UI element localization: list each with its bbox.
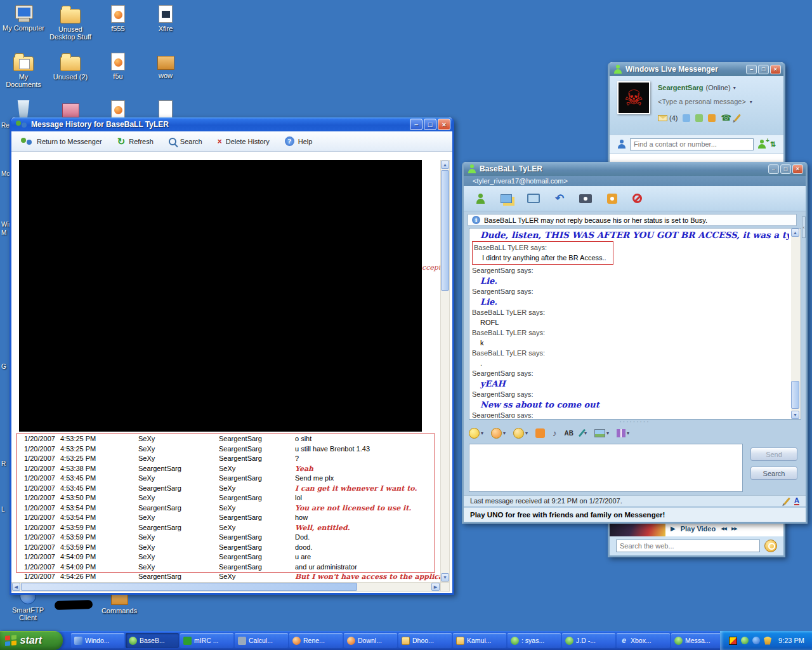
desktop-icon-my-computer[interactable]: My Computer: [1, 5, 46, 32]
return-to-messenger-button[interactable]: Return to Messenger: [20, 137, 102, 146]
messenger-main-titlebar[interactable]: Windows Live Messenger – □ ×: [610, 62, 783, 76]
help-button[interactable]: ?Help: [285, 136, 313, 146]
search-button[interactable]: Search: [169, 138, 202, 145]
mail-inbox-button[interactable]: (4): [658, 114, 678, 122]
desktop-icon-recycle[interactable]: [1, 100, 46, 119]
play-video-label[interactable]: Play Video: [681, 525, 716, 533]
taskbar-button-windo[interactable]: Windo...: [71, 633, 124, 648]
desktop-icon-box2[interactable]: [48, 100, 93, 119]
activities-button[interactable]: [527, 194, 540, 203]
photos-button[interactable]: [501, 194, 512, 203]
history-row[interactable]: 1/20/20074:53:50 PMSeXySeargentSarglol: [11, 493, 440, 503]
desktop-icon-my-documents[interactable]: My Documents: [1, 53, 46, 88]
nudge-button[interactable]: [535, 428, 545, 438]
web-search-button[interactable]: [764, 540, 777, 552]
history-row[interactable]: 1/20/20074:53:54 PMSeargentSargSeXyYou a…: [11, 503, 440, 514]
sharing-folders-icon[interactable]: [695, 114, 703, 122]
history-row[interactable]: 1/20/20074:54:26 PMSeargentSargSeXyBut I…: [11, 572, 440, 582]
mobile-icon[interactable]: [708, 114, 716, 122]
close-button[interactable]: ×: [438, 119, 450, 130]
maximize-button[interactable]: □: [780, 164, 791, 174]
desktop-icon-unused-2[interactable]: Unused (2): [48, 53, 93, 81]
background-picker[interactable]: ▾: [594, 429, 609, 437]
scroll-left-icon[interactable]: ◀: [12, 583, 20, 591]
history-row[interactable]: 1/20/20074:53:25 PMSeXySeargentSarg?: [11, 454, 440, 464]
taskbar-button-calcul[interactable]: Calcul...: [235, 633, 288, 648]
sort-contacts-icon[interactable]: ⇅: [770, 140, 776, 149]
font-button[interactable]: AB: [565, 430, 573, 437]
web-search-input[interactable]: [616, 540, 760, 552]
taskbar-button-xbox[interactable]: eXbox...: [617, 633, 670, 648]
scroll-down-icon[interactable]: ▼: [441, 573, 449, 581]
personal-message-field[interactable]: <Type a personal message> ▾: [658, 98, 752, 105]
desktop-icon-censored[interactable]: [51, 600, 96, 611]
maximize-button[interactable]: □: [758, 65, 769, 74]
taskbar-button-kamui[interactable]: Kamui...: [453, 633, 506, 648]
previous-video-icon[interactable]: ◀◀: [721, 526, 726, 531]
block-button[interactable]: [632, 194, 642, 203]
messenger-tray-icon[interactable]: [752, 637, 760, 644]
font-color-icon[interactable]: A: [794, 497, 799, 505]
status-dropdown-arrow-icon[interactable]: ▾: [733, 85, 736, 91]
handwriting-button[interactable]: ▾: [581, 428, 587, 437]
desktop-icon-xfire[interactable]: Xfire: [143, 5, 188, 32]
history-vertical-scrollbar[interactable]: ▲ ▼: [440, 160, 450, 582]
scroll-down-icon[interactable]: ▼: [791, 411, 799, 419]
winks-picker[interactable]: ▾: [491, 428, 506, 439]
status-orb-icon[interactable]: [741, 637, 749, 644]
taskbar-button-downl[interactable]: Downl...: [344, 633, 397, 648]
handwriting-toggle-icon[interactable]: [783, 497, 790, 505]
play-icon[interactable]: ▶: [671, 525, 676, 532]
gifts-picker[interactable]: ▾: [617, 429, 629, 437]
history-row[interactable]: 1/20/20074:53:59 PMSeXySeargentSargDod.: [11, 533, 440, 543]
history-row[interactable]: 1/20/20074:53:38 PMSeargentSargSeXyYeah: [11, 464, 440, 474]
scrollbar-thumb[interactable]: [441, 170, 449, 291]
splitter-handle[interactable]: ·········: [464, 420, 806, 425]
search-button[interactable]: Search: [750, 467, 797, 480]
history-row[interactable]: 1/20/20074:53:59 PMSeXySeargentSargdood.: [11, 543, 440, 553]
desktop-icon-unused-desktop-stuff[interactable]: Unused Desktop Stuff: [48, 5, 93, 41]
scrollbar-thumb[interactable]: [791, 381, 799, 409]
taskbar-button-syas[interactable]: : syas...: [508, 633, 561, 648]
add-contact-button[interactable]: +: [757, 140, 766, 149]
close-button[interactable]: ×: [770, 65, 781, 74]
refresh-button[interactable]: ↻Refresh: [117, 136, 154, 147]
scroll-right-icon[interactable]: ▶: [431, 583, 440, 591]
ad-banner[interactable]: Play UNO for free with friends and famil…: [464, 508, 806, 522]
user-avatar[interactable]: ☠: [617, 81, 650, 114]
taskbar-button-messa[interactable]: Messa...: [671, 633, 724, 648]
minimize-button[interactable]: –: [768, 164, 779, 174]
desktop-icon-f5u[interactable]: f5u: [95, 53, 141, 80]
zonealarm-icon[interactable]: [729, 637, 737, 645]
history-row[interactable]: 1/20/20074:53:45 PMSeXySeargentSargSend …: [11, 474, 440, 484]
scrollbar-thumb[interactable]: [21, 583, 357, 591]
history-row[interactable]: 1/20/20074:53:54 PMSeXySeargentSarghow: [11, 513, 440, 523]
games-button[interactable]: [607, 194, 617, 204]
conversation-titlebar[interactable]: BaseBaLL TyLER – □ ×: [464, 162, 806, 176]
emoticon-picker[interactable]: ▾: [469, 428, 483, 439]
history-row[interactable]: 1/20/20074:53:25 PMSeXySeargentSargo sih…: [11, 434, 440, 444]
taskbar-button-mirc[interactable]: mIRC ...: [180, 633, 233, 648]
taskbar-button-baseb[interactable]: BaseB...: [126, 633, 179, 648]
history-horizontal-scrollbar[interactable]: ◀ ▶: [11, 582, 440, 592]
sidebar-collapse-button[interactable]: ‹: [802, 216, 806, 238]
history-row[interactable]: 1/20/20074:54:09 PMSeXySeargentSargand u…: [11, 562, 440, 573]
emoticon-shock-picker[interactable]: ▾: [513, 428, 528, 439]
minimize-button[interactable]: –: [746, 65, 757, 74]
scroll-up-icon[interactable]: ▲: [791, 229, 799, 237]
history-titlebar[interactable]: Message History for BaseBaLL TyLER – □ ×: [11, 117, 452, 131]
history-row[interactable]: 1/20/20074:54:09 PMSeXySeargentSargu are: [11, 552, 440, 562]
voice-clip-button[interactable]: ♪: [553, 428, 557, 438]
scroll-up-icon[interactable]: ▲: [441, 161, 449, 169]
history-row[interactable]: 1/20/20074:53:45 PMSeargentSargSeXyI can…: [11, 484, 440, 494]
history-row[interactable]: 1/20/20074:53:59 PMSeargentSargSeXyWell,…: [11, 523, 440, 533]
send-button[interactable]: Send: [750, 448, 797, 461]
delete-history-button[interactable]: ×Delete History: [218, 137, 270, 146]
undo-button[interactable]: ↶: [555, 192, 564, 205]
desktop-icon-f555[interactable]: f555: [95, 5, 141, 32]
desktop-icon-wow[interactable]: wow: [143, 53, 188, 79]
maximize-button[interactable]: □: [424, 119, 436, 130]
history-row[interactable]: 1/20/20074:53:25 PMSeXySeargentSargu sti…: [11, 444, 440, 454]
find-contact-input[interactable]: [630, 138, 754, 150]
psm-dropdown-arrow-icon[interactable]: ▾: [750, 99, 752, 105]
